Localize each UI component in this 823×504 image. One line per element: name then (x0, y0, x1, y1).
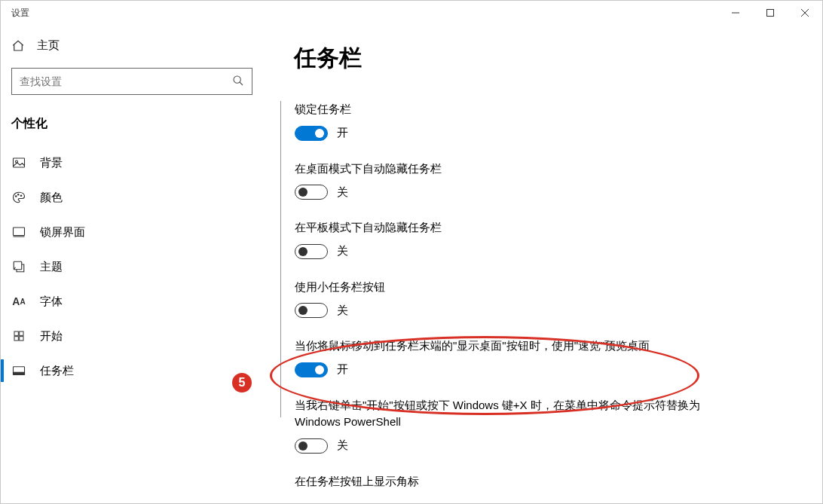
setting-show-badges: 在任务栏按钮上显示角标 (295, 473, 717, 490)
settings-scroll-region: 锁定任务栏 开 在桌面模式下自动隐藏任务栏 关 在平板模式下自动隐藏任务栏 (280, 101, 792, 417)
toggle-state-label: 开 (337, 362, 348, 377)
sidebar-item-lockscreen[interactable]: 锁屏界面 (1, 215, 276, 249)
start-icon (11, 328, 26, 344)
sidebar-item-label: 锁屏界面 (40, 225, 85, 240)
svg-rect-14 (14, 331, 18, 335)
setting-lock-taskbar: 锁定任务栏 开 (295, 101, 717, 141)
sidebar-item-label: 开始 (40, 329, 63, 344)
content-pane: 任务栏 锁定任务栏 开 在桌面模式下自动隐藏任务栏 关 (276, 25, 822, 503)
sidebar-item-start[interactable]: 开始 (1, 319, 276, 353)
titlebar: 设置 (1, 1, 822, 25)
svg-rect-1 (767, 10, 774, 17)
setting-label: 锁定任务栏 (295, 101, 717, 118)
svg-point-8 (16, 196, 17, 197)
toggle-autohide-desktop[interactable] (295, 185, 328, 200)
setting-autohide-desktop: 在桌面模式下自动隐藏任务栏 关 (295, 160, 717, 200)
toggle-state-label: 开 (337, 126, 348, 140)
maximize-button[interactable] (753, 1, 788, 25)
theme-icon (11, 259, 26, 274)
sidebar-section-title: 个性化 (1, 110, 276, 145)
setting-label: 在任务栏按钮上显示角标 (295, 473, 717, 490)
svg-rect-6 (14, 158, 25, 167)
setting-peek-preview: 当你将鼠标移动到任务栏末端的"显示桌面"按钮时，使用"速览"预览桌面 开 (295, 338, 717, 377)
settings-window: 设置 主页 (0, 0, 823, 504)
taskbar-icon (11, 363, 26, 378)
svg-point-9 (18, 194, 20, 196)
sidebar-item-fonts[interactable]: AA 字体 (1, 284, 276, 319)
search-input-container[interactable] (11, 68, 252, 95)
svg-point-10 (20, 195, 22, 197)
sidebar-item-colors[interactable]: 颜色 (1, 180, 276, 215)
search-input[interactable] (20, 75, 232, 87)
setting-label: 当我右键单击"开始"按钮或按下 Windows 键+X 时，在菜单中将命令提示符… (295, 397, 717, 431)
sidebar-item-label: 字体 (40, 295, 63, 309)
search-icon (232, 75, 244, 89)
toggle-peek-preview[interactable] (295, 362, 328, 377)
setting-small-buttons: 使用小任务栏按钮 关 (295, 279, 717, 319)
toggle-small-buttons[interactable] (295, 303, 328, 318)
sidebar: 主页 个性化 背景 (1, 25, 276, 503)
window-body: 主页 个性化 背景 (1, 25, 822, 503)
sidebar-item-background[interactable]: 背景 (1, 145, 276, 180)
minimize-button[interactable] (718, 1, 753, 25)
setting-powershell-replace: 当我右键单击"开始"按钮或按下 Windows 键+X 时，在菜单中将命令提示符… (295, 397, 717, 454)
sidebar-item-label: 背景 (40, 156, 63, 170)
svg-rect-11 (14, 228, 25, 236)
palette-icon (11, 190, 26, 205)
sidebar-nav-list: 背景 颜色 (1, 145, 276, 388)
window-controls (718, 1, 822, 25)
home-nav[interactable]: 主页 (1, 31, 276, 60)
svg-line-5 (240, 82, 243, 85)
toggle-state-label: 关 (337, 304, 348, 318)
toggle-autohide-tablet[interactable] (295, 244, 328, 259)
window-title: 设置 (1, 7, 29, 20)
sidebar-item-label: 主题 (40, 260, 63, 274)
sidebar-item-label: 颜色 (40, 191, 63, 205)
svg-rect-17 (20, 337, 23, 341)
home-icon (11, 39, 25, 53)
svg-point-4 (234, 76, 240, 83)
font-icon: AA (11, 294, 26, 309)
lockscreen-icon (11, 225, 26, 240)
setting-label: 在平板模式下自动隐藏任务栏 (295, 219, 717, 237)
setting-label: 当你将鼠标移动到任务栏末端的"显示桌面"按钮时，使用"速览"预览桌面 (295, 338, 717, 355)
sidebar-item-themes[interactable]: 主题 (1, 249, 276, 284)
toggle-powershell-replace[interactable] (295, 438, 328, 454)
toggle-lock-taskbar[interactable] (295, 126, 328, 141)
annotation-step-badge: 5 (232, 373, 252, 393)
sidebar-item-label: 任务栏 (40, 364, 74, 378)
setting-label: 在桌面模式下自动隐藏任务栏 (295, 160, 717, 178)
home-label: 主页 (37, 38, 60, 53)
toggle-state-label: 关 (337, 438, 348, 453)
picture-icon (11, 155, 26, 170)
setting-label: 使用小任务栏按钮 (295, 279, 717, 296)
close-button[interactable] (788, 1, 822, 25)
setting-autohide-tablet: 在平板模式下自动隐藏任务栏 关 (295, 219, 717, 259)
page-title: 任务栏 (294, 43, 792, 74)
svg-rect-19 (14, 372, 25, 374)
svg-rect-16 (14, 337, 18, 341)
toggle-state-label: 关 (337, 244, 348, 258)
toggle-state-label: 关 (337, 185, 348, 200)
svg-rect-15 (20, 331, 23, 335)
